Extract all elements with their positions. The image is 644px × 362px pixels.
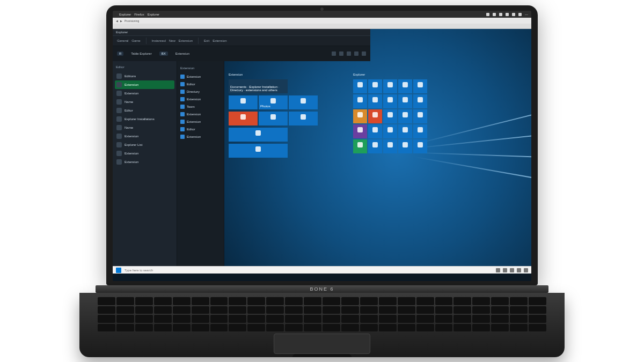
- tile[interactable]: [398, 94, 412, 108]
- sidebar-item[interactable]: Extension: [115, 89, 174, 98]
- tile[interactable]: [413, 94, 427, 108]
- tray-icon[interactable]: [517, 268, 521, 272]
- key[interactable]: [398, 324, 415, 332]
- key[interactable]: [360, 306, 378, 314]
- tile[interactable]: [368, 94, 382, 108]
- tile[interactable]: Photos: [259, 95, 288, 109]
- tile[interactable]: [368, 139, 382, 153]
- key[interactable]: [435, 315, 453, 323]
- key[interactable]: [435, 324, 453, 332]
- menu-item[interactable]: Extension: [213, 39, 226, 42]
- tile[interactable]: [398, 139, 412, 153]
- key[interactable]: [266, 324, 284, 332]
- mac-menu-item[interactable]: Firefox: [134, 13, 144, 16]
- key[interactable]: [116, 315, 134, 323]
- tile[interactable]: [413, 124, 427, 138]
- key[interactable]: [472, 315, 490, 323]
- key[interactable]: [398, 297, 415, 305]
- key[interactable]: [341, 324, 359, 332]
- ribbon-badge[interactable]: BX: [159, 51, 168, 56]
- key[interactable]: [210, 297, 228, 305]
- tile[interactable]: [368, 124, 382, 138]
- tile[interactable]: [383, 124, 397, 138]
- trackpad[interactable]: [274, 334, 370, 354]
- key[interactable]: [360, 315, 378, 323]
- tile[interactable]: [259, 112, 288, 125]
- key[interactable]: [98, 306, 115, 314]
- tile-wide[interactable]: [229, 144, 288, 158]
- key[interactable]: [210, 324, 228, 332]
- key[interactable]: [192, 315, 209, 323]
- key[interactable]: [510, 306, 528, 314]
- sidebar2-item[interactable]: Team: [179, 103, 222, 110]
- tray-icon[interactable]: [506, 13, 509, 16]
- key[interactable]: [135, 324, 153, 332]
- tray-icon[interactable]: [512, 13, 515, 16]
- start-button[interactable]: [116, 268, 121, 273]
- menu-item[interactable]: Instanced: [152, 39, 166, 42]
- tray-icon[interactable]: [524, 268, 528, 272]
- key[interactable]: [154, 324, 172, 332]
- menu-item[interactable]: General: [117, 39, 128, 42]
- key[interactable]: [229, 306, 246, 314]
- key[interactable]: [379, 315, 397, 323]
- key[interactable]: [192, 324, 209, 332]
- key[interactable]: [529, 306, 546, 314]
- tray-icon[interactable]: [499, 13, 502, 16]
- sidebar-item[interactable]: Name: [115, 123, 174, 132]
- key[interactable]: [247, 306, 265, 314]
- tile[interactable]: [398, 79, 412, 93]
- menu-item[interactable]: Exit: [204, 39, 209, 42]
- key[interactable]: [116, 324, 134, 332]
- tile[interactable]: [383, 94, 397, 108]
- key[interactable]: [510, 324, 528, 332]
- tray-icon[interactable]: [486, 13, 489, 16]
- key[interactable]: [529, 297, 546, 305]
- sidebar-item[interactable]: Extension: [115, 80, 174, 89]
- tile[interactable]: [368, 109, 382, 123]
- tile[interactable]: [289, 112, 318, 125]
- key[interactable]: [135, 306, 153, 314]
- key[interactable]: [398, 315, 415, 323]
- key[interactable]: [529, 315, 546, 323]
- sidebar-item[interactable]: Explorer List: [115, 141, 174, 149]
- key[interactable]: [323, 315, 340, 323]
- key[interactable]: [285, 315, 303, 323]
- key[interactable]: [266, 315, 284, 323]
- tile[interactable]: [383, 139, 397, 153]
- tile[interactable]: [353, 94, 367, 108]
- sidebar-item[interactable]: Extension: [115, 149, 174, 158]
- key[interactable]: [154, 315, 172, 323]
- tile[interactable]: [353, 124, 367, 138]
- key[interactable]: [341, 306, 359, 314]
- key[interactable]: [472, 297, 490, 305]
- app-titlebar[interactable]: Explorer: [113, 29, 370, 35]
- key[interactable]: [491, 324, 509, 332]
- key[interactable]: [435, 297, 453, 305]
- key[interactable]: [341, 297, 359, 305]
- key[interactable]: [304, 324, 321, 332]
- key[interactable]: [173, 297, 191, 305]
- key[interactable]: [266, 297, 284, 305]
- key[interactable]: [247, 324, 265, 332]
- tray-icon[interactable]: [503, 268, 507, 272]
- tray-icon[interactable]: [510, 268, 514, 272]
- ribbon-icon[interactable]: [332, 51, 336, 56]
- tile[interactable]: [368, 79, 382, 93]
- key[interactable]: [210, 306, 228, 314]
- key[interactable]: [247, 297, 265, 305]
- sidebar-item[interactable]: Explorer Installations: [115, 115, 174, 123]
- key[interactable]: [453, 306, 471, 314]
- key[interactable]: [416, 315, 434, 323]
- key[interactable]: [379, 297, 397, 305]
- key[interactable]: [173, 315, 191, 323]
- sidebar2-item[interactable]: Extension: [179, 73, 222, 80]
- key[interactable]: [323, 324, 340, 332]
- sidebar2-item[interactable]: Extension: [179, 118, 222, 125]
- key[interactable]: [135, 297, 153, 305]
- tray-icon[interactable]: [496, 268, 500, 272]
- key[interactable]: [285, 324, 303, 332]
- key[interactable]: [173, 306, 191, 314]
- key[interactable]: [398, 306, 415, 314]
- forward-icon[interactable]: ▶: [120, 19, 122, 23]
